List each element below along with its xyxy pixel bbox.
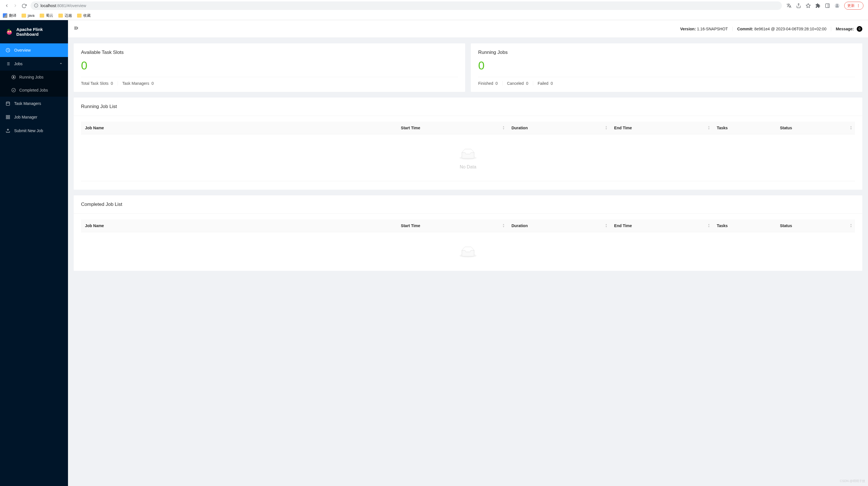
running-stats-line: Finished0 Canceled0 Failed0: [478, 77, 855, 86]
reload-button[interactable]: [22, 3, 26, 8]
share-icon[interactable]: [796, 3, 801, 8]
col-job-name[interactable]: Job Name: [81, 122, 397, 135]
extensions-icon[interactable]: [815, 3, 820, 8]
svg-rect-33: [8, 117, 10, 119]
running-jobs-card: Running Jobs 0 Finished0 Canceled0 Faile…: [471, 44, 862, 92]
col-duration[interactable]: Duration▲▼: [507, 220, 610, 232]
empty-text: No Data: [81, 165, 855, 170]
col-end-time[interactable]: End Time▲▼: [610, 220, 713, 232]
sidebar-label-submit-new-job: Submit New Job: [14, 128, 43, 133]
message-segment: Message: 0: [831, 26, 862, 32]
bookmark-translate[interactable]: 翻译: [3, 13, 17, 18]
folder-icon: [77, 13, 82, 18]
col-tasks[interactable]: Tasks: [713, 122, 776, 135]
update-button[interactable]: 更新: [844, 2, 864, 10]
completed-jobs-table: Job Name Start Time▲▼ Duration▲▼ End Tim…: [81, 220, 855, 232]
slots-title: Available Task Slots: [81, 50, 458, 55]
forward-button[interactable]: [13, 3, 18, 8]
svg-marker-25: [13, 76, 14, 78]
bookmarks-bar: 翻译 java 蜀云 迈越 收藏: [0, 11, 868, 20]
chevron-up-icon: [60, 62, 62, 65]
commit-hash: 8e961e4: [754, 27, 770, 31]
header-bar: Version: 1.16-SNAPSHOT Commit: 8e961e4 @…: [68, 20, 868, 38]
svg-marker-4: [806, 3, 810, 7]
message-label: Message:: [836, 27, 854, 31]
sidebar-item-jobs[interactable]: Jobs: [0, 57, 68, 70]
svg-point-26: [11, 88, 15, 92]
star-icon[interactable]: [806, 3, 811, 8]
sidebar-item-task-managers[interactable]: Task Managers: [0, 97, 68, 110]
col-start-time[interactable]: Start Time▲▼: [397, 122, 507, 135]
play-circle-icon: [11, 75, 16, 79]
sidebar-label-job-manager: Job Manager: [14, 115, 37, 119]
empty-box-icon: [460, 247, 476, 258]
list-icon: [6, 61, 10, 66]
svg-point-10: [858, 5, 859, 6]
running-job-list-section: Running Job List Job Name Start Time▲▼ D…: [74, 97, 862, 190]
profile-icon[interactable]: [835, 3, 840, 8]
browser-chrome: localhost:8081/#/overview 更新 翻译 java 蜀云 …: [0, 0, 868, 20]
sidebar: Apache Flink Dashboard Overview Jobs Run…: [0, 20, 68, 486]
svg-rect-32: [8, 115, 10, 117]
sort-icon: ▲▼: [605, 125, 608, 130]
running-table-wrap: Job Name Start Time▲▼ Duration▲▼ End Tim…: [74, 116, 862, 190]
main-content: Version: 1.16-SNAPSHOT Commit: 8e961e4 @…: [68, 20, 868, 486]
version-segment: Version: 1.16-SNAPSHOT: [676, 27, 733, 31]
check-circle-icon: [11, 88, 16, 92]
divider: [81, 181, 855, 181]
translate-bookmark-icon: [3, 13, 7, 18]
col-status[interactable]: Status▲▼: [776, 220, 855, 232]
message-badge[interactable]: 0: [857, 26, 862, 32]
panel-icon[interactable]: [825, 3, 830, 8]
commit-segment: Commit: 8e961e4 @ 2023-04-06T09:28:10+02…: [733, 27, 831, 31]
sidebar-label-overview: Overview: [14, 48, 31, 53]
translate-icon[interactable]: [786, 3, 792, 8]
col-start-time[interactable]: Start Time▲▼: [397, 220, 507, 232]
col-duration[interactable]: Duration▲▼: [507, 122, 610, 135]
menu-fold-icon: [74, 26, 79, 31]
completed-job-list-title: Completed Job List: [74, 195, 862, 214]
finished-stat: Finished0: [478, 81, 502, 86]
sidebar-collapse-button[interactable]: [74, 26, 79, 32]
sort-icon: ▲▼: [502, 125, 504, 130]
sort-icon: ▲▼: [502, 223, 504, 228]
svg-point-9: [858, 4, 859, 4]
svg-point-15: [8, 32, 9, 33]
col-status[interactable]: Status▲▼: [776, 122, 855, 135]
sidebar-label-running-jobs: Running Jobs: [19, 75, 43, 79]
sidebar-item-completed-jobs[interactable]: Completed Jobs: [0, 84, 68, 97]
sidebar-item-job-manager[interactable]: Job Manager: [0, 110, 68, 124]
nav-arrows: [2, 3, 26, 8]
sort-icon: ▲▼: [708, 125, 710, 130]
app-root: Apache Flink Dashboard Overview Jobs Run…: [0, 20, 868, 486]
failed-stat: Failed0: [538, 81, 558, 86]
available-task-slots-card: Available Task Slots 0 Total Task Slots0…: [74, 44, 465, 92]
sidebar-title: Apache Flink Dashboard: [17, 27, 62, 36]
completed-table-wrap: Job Name Start Time▲▼ Duration▲▼ End Tim…: [74, 214, 862, 271]
bookmark-favorites[interactable]: 收藏: [77, 13, 91, 18]
bookmark-java[interactable]: java: [22, 13, 35, 18]
sidebar-header: Apache Flink Dashboard: [0, 20, 68, 44]
total-slots-stat: Total Task Slots0: [81, 81, 118, 86]
commit-label: Commit:: [737, 27, 753, 31]
sidebar-item-submit-new-job[interactable]: Submit New Job: [0, 124, 68, 138]
svg-point-8: [836, 4, 838, 6]
address-bar[interactable]: localhost:8081/#/overview: [31, 1, 782, 10]
build-icon: [6, 115, 10, 119]
bookmark-maiyue[interactable]: 迈越: [58, 13, 72, 18]
sidebar-item-overview[interactable]: Overview: [0, 44, 68, 57]
bookmark-shuyun[interactable]: 蜀云: [40, 13, 53, 18]
folder-icon: [40, 13, 44, 18]
commit-at: @: [771, 27, 775, 31]
svg-point-16: [10, 32, 10, 33]
running-jobs-table: Job Name Start Time▲▼ Duration▲▼ End Tim…: [81, 122, 855, 135]
more-icon: [857, 4, 860, 8]
sort-icon: ▲▼: [605, 223, 608, 228]
col-job-name[interactable]: Job Name: [81, 220, 397, 232]
col-tasks[interactable]: Tasks: [713, 220, 776, 232]
sidebar-item-running-jobs[interactable]: Running Jobs: [0, 70, 68, 84]
table-header-row: Job Name Start Time▲▼ Duration▲▼ End Tim…: [81, 220, 855, 232]
col-end-time[interactable]: End Time▲▼: [610, 122, 713, 135]
back-button[interactable]: [4, 3, 9, 8]
svg-rect-5: [826, 4, 830, 8]
